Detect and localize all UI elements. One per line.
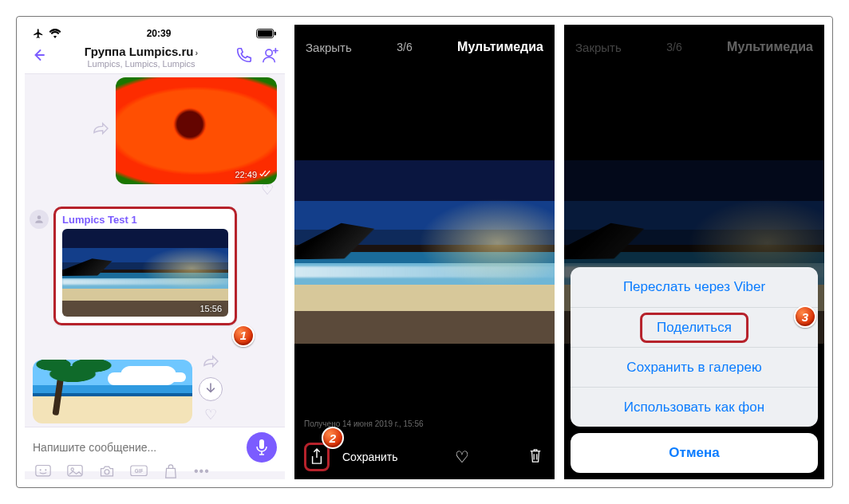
more-icon[interactable]: ••• [194,464,210,478]
avatar[interactable] [30,210,49,229]
svg-point-10 [105,470,109,474]
like-icon[interactable]: ♡ [204,406,217,423]
media-title: Мультимедиа [457,40,543,54]
chat-title-text: Группа Lumpics.ru [85,45,194,58]
chat-body[interactable]: 22:49 ♡ Lumpics Test 1 [25,74,285,427]
gif-icon[interactable]: GIF [130,464,148,478]
chat-title-button[interactable]: Группа Lumpics.ru› Lumpics, Lumpics, Lum… [53,45,229,69]
step-badge-3: 3 [794,305,816,328]
chat-members: Lumpics, Lumpics, Lumpics [53,59,229,69]
viewer-header: Закрыть 3/6 Мультимедиа [294,25,555,69]
message-time: 15:56 [199,304,222,313]
media-caption: Получено 14 июня 2019 г., 15:56 [304,419,424,428]
back-button[interactable] [30,46,49,67]
svg-point-9 [71,467,73,470]
media-counter: 3/6 [397,41,412,53]
forward-icon[interactable] [92,122,109,140]
message-time: 22:49 [235,170,257,179]
sheet-save-gallery[interactable]: Сохранить в галерею [571,347,818,387]
svg-rect-1 [258,30,272,37]
message-bubble[interactable]: Lumpics Test 1 15:56 [53,207,237,325]
media-counter: 3/6 [666,41,681,53]
camera-icon[interactable] [98,464,116,478]
screen-action-sheet: Закрыть 3/6 Мультимедиа Переслать через … [564,25,824,479]
svg-point-7 [45,469,46,471]
svg-text:GIF: GIF [135,468,144,474]
action-sheet: Переслать через Viber Поделиться Сохрани… [571,267,818,473]
media-canvas[interactable] [294,69,555,435]
viewer-header: Закрыть 3/6 Мультимедиа [564,25,824,69]
status-bar: 20:39 [25,25,285,42]
airplane-icon [33,28,44,39]
shop-icon[interactable] [162,464,180,478]
media-image[interactable] [294,160,555,344]
step-badge-1: 1 [232,325,255,347]
gallery-icon[interactable] [66,464,84,478]
message-input[interactable] [33,441,240,454]
sheet-wallpaper[interactable]: Использовать как фон [571,387,818,427]
svg-rect-2 [274,32,276,36]
message-image-beach[interactable]: 15:56 [62,229,228,317]
trash-icon[interactable] [526,447,545,467]
like-icon[interactable]: ♡ [452,447,472,467]
emoji-icon[interactable] [34,464,52,478]
step-badge-2: 2 [322,427,344,449]
sheet-cancel[interactable]: Отмена [571,433,818,473]
media-title: Мультимедиа [727,40,813,54]
sheet-share[interactable]: Поделиться [571,307,818,347]
sender-name: Lumpics Test 1 [62,214,228,226]
read-checks-icon [259,170,270,179]
svg-point-6 [40,469,41,471]
screen-chat: 20:39 Группа Lumpics.ru› Lumpics, Lumpic… [25,25,285,479]
sheet-forward[interactable]: Переслать через Viber [571,267,818,307]
close-button[interactable]: Закрыть [575,41,622,54]
screen-media-viewer: Закрыть 3/6 Мультимедиа Получено 14 июня… [294,25,555,479]
call-button[interactable] [234,46,255,67]
status-clock: 20:39 [147,28,172,39]
chat-header: Группа Lumpics.ru› Lumpics, Lumpics, Lum… [25,42,285,74]
forward-icon[interactable] [202,355,219,372]
svg-rect-5 [36,465,50,475]
svg-rect-4 [259,439,264,449]
mic-button[interactable] [247,432,277,463]
svg-point-3 [266,49,272,56]
save-button[interactable]: Сохранить [342,451,398,463]
battery-icon [256,29,277,38]
message-image-tropical[interactable] [33,360,192,423]
download-button[interactable] [199,377,223,401]
close-button[interactable]: Закрыть [306,41,352,54]
message-image-flower[interactable]: 22:49 [116,77,277,184]
input-bar: GIF ••• [25,427,285,471]
add-user-button[interactable] [259,46,280,67]
wifi-icon [49,29,61,38]
